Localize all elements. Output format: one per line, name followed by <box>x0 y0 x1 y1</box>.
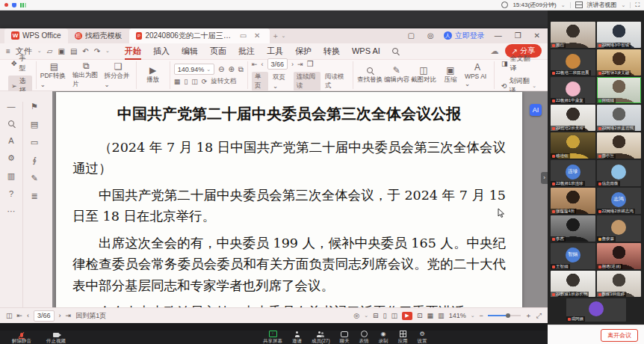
play-button[interactable]: ▶ 播放 <box>140 66 166 85</box>
sidebar-comment-icon[interactable]: ▭ <box>31 138 38 147</box>
sidebar-more-icon[interactable]: ⋯ <box>7 206 16 216</box>
menu-插入[interactable]: 插入 <box>147 44 176 58</box>
tab-wps-home[interactable]: W WPS Office <box>4 28 68 43</box>
prev-page-icon[interactable]: ‹ <box>261 61 264 68</box>
participant-tile[interactable]: 连珍22教师1班连珍 <box>551 160 595 186</box>
minimize-button[interactable]: — <box>492 31 505 40</box>
menu-WPS AI[interactable]: WPS AI <box>346 45 386 57</box>
control-录制[interactable]: ◉录制 <box>379 331 388 344</box>
tab-list-caret-icon[interactable]: ⌄ <box>282 33 286 39</box>
menu-开始[interactable]: 开始 <box>119 44 147 58</box>
tab-document-active[interactable]: P 20240806党的二十届三中全… ▭ ✕ <box>129 28 270 43</box>
zoom-in-icon[interactable]: ⊕ <box>228 65 234 73</box>
ribbon-WPS AI[interactable]: AWPS AI ⌄ <box>465 63 490 87</box>
translate-full-button[interactable]: ◨ 全文翻译 <box>498 53 539 74</box>
open-folder-icon[interactable]: ▱ <box>47 47 53 55</box>
ribbon-查找替换[interactable]: 查找替换 <box>357 66 383 85</box>
control-聊天[interactable]: 聊天 <box>340 331 350 344</box>
next-page-icon[interactable]: › <box>59 312 61 319</box>
prev-page-icon[interactable]: ‹ <box>27 312 29 319</box>
menu-转换[interactable]: 转换 <box>318 44 346 58</box>
timer-caret-icon[interactable]: ⌄ <box>561 2 566 8</box>
file-caret-icon[interactable]: ⌄ <box>37 48 42 54</box>
fit-window-icon[interactable]: ▥ <box>438 312 445 319</box>
control-邀请[interactable]: 邀请 <box>292 331 302 344</box>
view-mode-caret-icon[interactable]: ⌄ <box>622 2 626 8</box>
participant-tile[interactable]: 张蕴蕴4所 <box>551 188 595 214</box>
pdf-page[interactable]: 中国共产党第二十届中央委员会第三次全体会议公报 （2024 年 7 月 18 日… <box>56 92 522 307</box>
rotate-icon[interactable]: ⟳ <box>202 78 208 85</box>
sidebar-layers-icon[interactable]: ≣ <box>31 191 37 201</box>
fit-width-icon[interactable]: ▦ <box>427 312 434 319</box>
view-mode-button[interactable]: 演讲者视图 <box>587 1 617 9</box>
participant-tile[interactable]: 何娟娟 <box>597 77 642 103</box>
participant-tile[interactable]: 22网络2班蓝思琪 <box>597 105 642 131</box>
participant-tile[interactable]: 曾小兰 <box>597 132 642 159</box>
sidebar-settings-icon[interactable]: ⚙ <box>7 153 15 163</box>
ribbon-截图对比[interactable]: ◫截图对比 <box>411 66 436 85</box>
participant-tile[interactable]: 22智休3凌文融 <box>597 49 642 76</box>
view-chip-阅读模式[interactable]: 阅读模式 <box>322 72 349 91</box>
status-zoom-value[interactable]: 141% <box>449 312 466 319</box>
last-page-icon[interactable]: ⇥ <box>66 312 72 319</box>
globe-icon[interactable]: ◎ <box>424 31 437 40</box>
skin-icon[interactable]: ▢ <box>404 31 417 40</box>
zoom-out-button[interactable]: − <box>480 312 483 319</box>
control-停止视频[interactable]: 停止视频 <box>46 331 66 344</box>
sidebar-collapse-icon[interactable]: — <box>7 102 16 111</box>
continuous-read-icon[interactable]: ⊟ <box>373 312 379 319</box>
participant-tile[interactable]: 数媒1钟雨婷 <box>597 271 642 297</box>
participant-tile[interactable]: 相遇(逆旅) <box>597 243 642 269</box>
menu-编辑[interactable]: 编辑 <box>176 44 204 58</box>
fit-width-icon[interactable]: ▦ <box>174 78 181 85</box>
history-caret-icon[interactable]: ⌄ <box>105 48 110 54</box>
sidebar-attachment-icon[interactable]: ∮ <box>32 156 37 165</box>
reading-book-icon[interactable]: ❒ <box>307 60 314 68</box>
rotate-label[interactable]: 旋转文档 <box>211 77 236 86</box>
close-window-button[interactable]: ✕ <box>531 31 543 40</box>
zoom-slider[interactable] <box>488 315 521 316</box>
save-icon[interactable]: ▣ <box>58 47 64 55</box>
sidebar-signature-icon[interactable]: ✎ <box>31 173 37 183</box>
comment-bubble-icon[interactable]: ▭ <box>238 31 249 40</box>
page-panel-icon[interactable]: ◫ <box>6 312 13 319</box>
login-button[interactable]: 人 立即登录 <box>444 31 485 41</box>
eye-protect-icon[interactable]: ◎ <box>353 312 359 319</box>
sidebar-layout-icon[interactable]: ▥ <box>7 171 15 181</box>
back-to-first-page-button[interactable]: 回到第1页 <box>75 311 106 321</box>
search-icon[interactable] <box>392 48 398 54</box>
ribbon-输出为图片[interactable]: ⧉输出为图片 <box>72 61 99 89</box>
fullscreen-icon[interactable]: ⛶ <box>635 1 640 9</box>
fullscreen-icon[interactable]: ⤢ <box>536 312 542 320</box>
redo-icon[interactable]: ↷ <box>94 47 100 55</box>
participant-tile[interactable]: 22网络3中智城 <box>597 22 642 48</box>
ribbon-压缩[interactable]: ▣压缩 <box>438 66 463 85</box>
last-page-icon[interactable]: ⇥ <box>297 61 303 68</box>
first-page-icon[interactable]: ⇤ <box>252 61 258 68</box>
view-chip-单页[interactable]: 单页 <box>252 72 268 91</box>
fit-page-icon[interactable]: ⊡ <box>417 312 423 319</box>
play-presentation-button[interactable]: ▶ <box>402 312 412 320</box>
print-icon[interactable]: ▤ <box>70 47 77 55</box>
control-共享屏幕[interactable]: ↑共享屏幕 <box>263 331 282 344</box>
sidebar-search-icon[interactable] <box>8 119 14 128</box>
single-page-icon[interactable]: ▯ <box>383 312 387 319</box>
participant-tile[interactable]: 詹俊霖 <box>597 215 642 242</box>
next-page-icon[interactable]: › <box>291 61 294 68</box>
participant-tile[interactable]: 信息雨薇 <box>597 160 642 186</box>
view-chip-双页[interactable]: 双页 ⌄ <box>270 73 292 90</box>
fit-height-icon[interactable]: ▯ <box>184 78 188 85</box>
participant-tile[interactable]: 李杰 <box>551 215 595 242</box>
zoom-value-box[interactable]: 140.94% ⌄ <box>174 64 214 75</box>
participant-tile[interactable]: 22思培2班美玲 <box>551 105 595 131</box>
participant-tile[interactable]: 22数媒1班孙长明 <box>551 271 595 297</box>
close-tab-icon[interactable]: ✕ <box>252 31 262 40</box>
participant-tile[interactable]: 穆培钰 <box>551 132 595 159</box>
participant-tile[interactable]: 志鸿22网络2班林志鸿 <box>597 188 642 214</box>
menu-保护[interactable]: 保护 <box>289 44 318 58</box>
menu-批注[interactable]: 批注 <box>232 44 261 58</box>
menu-工具[interactable]: 工具 <box>261 44 289 58</box>
control-解除静音[interactable]: 解除静音 <box>12 331 31 344</box>
document-canvas[interactable]: 中国共产党第二十届中央委员会第三次全体会议公报 （2024 年 7 月 18 日… <box>52 91 548 307</box>
sidebar-help-icon[interactable]: ? <box>9 189 13 198</box>
